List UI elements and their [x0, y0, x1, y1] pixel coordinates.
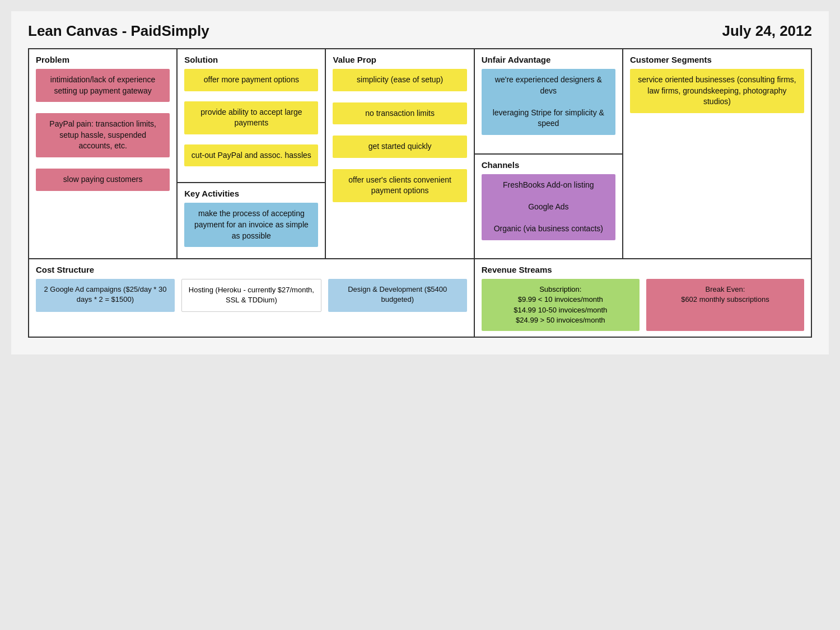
- customer-segments-col: Customer Segments service oriented busin…: [623, 49, 811, 258]
- cost-note-1: 2 Google Ad campaigns ($25/day * 30 days…: [36, 279, 175, 311]
- solution-note-1: offer more payment options: [184, 69, 318, 91]
- problem-label: Problem: [36, 55, 170, 64]
- revenue-streams-section: Revenue Streams Subscription:$9.99 < 10 …: [475, 259, 811, 337]
- unfair-advantage-note: we're experienced designers & devs lever…: [482, 69, 615, 135]
- key-activities-note-1: make the process of accepting payment fo…: [184, 203, 318, 247]
- cost-structure-label: Cost Structure: [36, 265, 467, 274]
- channels-label: Channels: [482, 160, 615, 170]
- solution-note-3: cut-out PayPal and assoc. hassles: [184, 144, 318, 167]
- header-date: July 24, 2012: [722, 22, 812, 40]
- cost-note-2: Hosting (Heroku - currently $27/month, S…: [181, 279, 321, 311]
- header: Lean Canvas - PaidSimply July 24, 2012: [28, 22, 812, 40]
- revenue-streams-label: Revenue Streams: [482, 265, 804, 274]
- value-prop-note-4: offer user's clients convenient payment …: [333, 169, 466, 202]
- value-prop-note-3: get started quickly: [333, 136, 466, 158]
- problem-note-1: intimidation/lack of experience setting …: [36, 69, 170, 102]
- revenue-streams-notes: Subscription:$9.99 < 10 invoices/month$1…: [482, 279, 804, 331]
- solution-label: Solution: [184, 55, 318, 64]
- unfair-advantage-section: Unfair Advantage we're experienced desig…: [475, 49, 622, 155]
- customer-segments-label: Customer Segments: [630, 55, 804, 64]
- problem-note-2: PayPal pain: transaction limits, setup h…: [36, 113, 170, 157]
- channels-section: Channels FreshBooks Add-on listing Googl…: [475, 155, 622, 259]
- key-activities-section: Key Activities make the process of accep…: [178, 183, 325, 258]
- revenue-note-1: Subscription:$9.99 < 10 invoices/month$1…: [482, 279, 640, 331]
- solution-col: Solution offer more payment options prov…: [178, 49, 326, 258]
- revenue-note-2: Break Even:$602 monthly subscriptions: [646, 279, 804, 331]
- channels-note: FreshBooks Add-on listing Google Ads Org…: [482, 174, 615, 240]
- solution-section: Solution offer more payment options prov…: [178, 49, 325, 183]
- cost-structure-section: Cost Structure 2 Google Ad campaigns ($2…: [29, 259, 475, 337]
- key-activities-label: Key Activities: [184, 189, 318, 198]
- bottom-row: Cost Structure 2 Google Ad campaigns ($2…: [29, 259, 811, 337]
- cost-note-3: Design & Development ($5400 budgeted): [328, 279, 467, 311]
- value-prop-label: Value Prop: [333, 55, 466, 64]
- customer-segments-note: service oriented businesses (consulting …: [630, 69, 804, 113]
- value-prop-note-1: simplicity (ease of setup): [333, 69, 466, 91]
- unfair-advantage-label: Unfair Advantage: [482, 55, 615, 64]
- page: Lean Canvas - PaidSimply July 24, 2012 P…: [11, 11, 829, 354]
- problem-col: Problem intimidation/lack of experience …: [29, 49, 178, 258]
- lean-canvas: Problem intimidation/lack of experience …: [28, 48, 812, 338]
- value-prop-note-2: no transaction limits: [333, 102, 466, 125]
- solution-note-2: provide ability to accept large payments: [184, 101, 318, 134]
- cost-structure-notes: 2 Google Ad campaigns ($25/day * 30 days…: [36, 279, 467, 311]
- page-title: Lean Canvas - PaidSimply: [28, 22, 209, 40]
- unfair-col: Unfair Advantage we're experienced desig…: [475, 49, 623, 258]
- value-prop-col: Value Prop simplicity (ease of setup) no…: [326, 49, 474, 258]
- problem-note-3: slow paying customers: [36, 169, 170, 191]
